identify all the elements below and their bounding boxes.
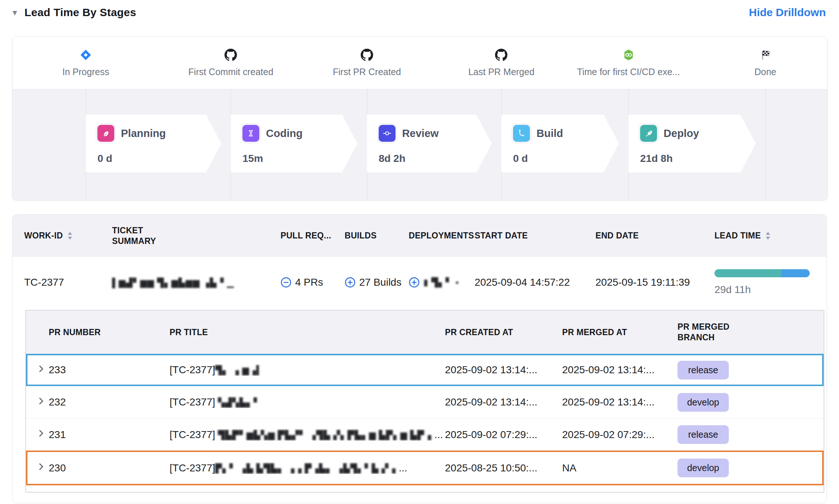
column-header-start-date: START DATE: [475, 231, 595, 241]
github-icon: [224, 48, 237, 62]
column-header-pull-requests: PULL REQ...: [281, 231, 345, 241]
lead-time-stages-panel: In Progress First Commit created First P…: [12, 36, 828, 200]
stage-review: Review 8d 2h: [367, 115, 492, 173]
milestone-label: First Commit created: [188, 67, 273, 77]
milestone-first-pr: First PR Created: [333, 37, 401, 89]
stages-flow: Planning 0 d Coding 15m Review 8d 2h: [12, 89, 827, 200]
table-row[interactable]: 233 [TC-2377]▜▖ ▗ ▆▗▍ 2025-09-02 13:14:.…: [26, 354, 824, 386]
column-header-pr-merged-at: PR MERGED AT: [562, 327, 677, 337]
plus-circle-icon: [345, 277, 356, 288]
lead-bar-segment-teal: [714, 269, 781, 277]
milestone-in-progress: In Progress: [62, 37, 109, 89]
deployments-toggle[interactable]: ▮ ▜▖▘ ▪: [409, 277, 475, 288]
pr-created-at-cell: 2025-09-02 13:14:...: [445, 364, 562, 376]
table-row[interactable]: 231 [TC-2377] ▜▙▛▘▆▙▚▆ ▛▙▞▘ ▗▜▙ ▞▖▛▙▖▆ ▙…: [26, 418, 824, 451]
work-items-table: WORK-ID TICKET SUMMARY PULL REQ... BUILD…: [12, 214, 827, 503]
planning-icon: [97, 125, 114, 142]
stage-duration: 0 d: [513, 153, 619, 164]
column-header-end-date: END DATE: [595, 231, 714, 241]
branch-badge: release: [677, 425, 729, 444]
expand-chevron-icon[interactable]: [36, 462, 46, 471]
work-id-cell: TC-2377: [24, 277, 112, 288]
table-row[interactable]: 230 [TC-2377]▛▖▘ ▗▙ ▙▜▙▖ ▗▗ ▛▗▙▖ ▗▙▜▖▘▙ …: [26, 451, 824, 485]
sort-toggle-icon[interactable]: [67, 232, 73, 240]
stage-coding: Coding 15m: [231, 115, 357, 173]
stage-name: Build: [537, 127, 563, 140]
work-table-header: WORK-ID TICKET SUMMARY PULL REQ... BUILD…: [12, 215, 827, 257]
stage-duration: 21d 8h: [640, 153, 756, 164]
column-header-deployments: DEPLOYMENTS: [409, 231, 475, 241]
pr-merged-at-cell: NA: [562, 462, 677, 474]
stage-name: Coding: [266, 127, 302, 140]
redacted-text: ▜▖ ▗ ▆▗▍: [215, 365, 264, 375]
milestone-cicd: Time for first CI/CD exe...: [577, 37, 680, 89]
milestone-label: In Progress: [62, 67, 109, 77]
pull-requests-table: PR NUMBER PR TITLE PR CREATED AT PR MERG…: [25, 310, 824, 493]
stage-planning: Planning 0 d: [86, 115, 221, 173]
sort-toggle-icon[interactable]: [765, 232, 771, 240]
coding-hourglass-icon: [242, 125, 259, 142]
stage-name: Deploy: [664, 127, 699, 140]
pr-number-cell: 230: [49, 462, 170, 474]
column-header-pr-merged-branch: PR MERGED BRANCH: [677, 322, 813, 343]
pr-created-at-cell: 2025-09-02 13:14:...: [445, 396, 562, 408]
stage-duration: 15m: [242, 153, 357, 164]
column-header-pr-title: PR TITLE: [170, 327, 445, 337]
pr-title-cell: [TC-2377] ▜▙▛▘▆▙▚▆ ▛▙▞▘ ▗▜▙ ▞▖▛▙▖▆ ▙▛▖▆ …: [170, 429, 445, 441]
redacted-text: ▛▖▘ ▗▙ ▙▜▙▖ ▗▗ ▛▗▙▖ ▗▙▜▖▘▙ ▞▗: [215, 463, 396, 473]
collapse-triangle-icon[interactable]: ▼: [11, 9, 19, 16]
plus-circle-icon: [409, 277, 420, 288]
pr-table-header: PR NUMBER PR TITLE PR CREATED AT PR MERG…: [26, 311, 824, 354]
pr-title-cell: [TC-2377]▜▖ ▗ ▆▗▍: [170, 364, 445, 376]
pr-number-cell: 233: [49, 364, 170, 376]
branch-badge: develop: [677, 459, 729, 477]
milestone-label: Time for first CI/CD exe...: [577, 67, 680, 77]
column-header-builds: BUILDS: [345, 231, 409, 241]
pr-number-cell: 232: [49, 396, 170, 408]
builds-toggle[interactable]: 27 Builds: [345, 277, 409, 288]
hide-drilldown-link[interactable]: Hide Drilldown: [749, 6, 826, 19]
stage-duration: 8d 2h: [379, 153, 492, 164]
review-commit-icon: [379, 125, 396, 142]
table-row[interactable]: 232 [TC-2377] ▚▟▚▙▖▘ 2025-09-02 13:14:..…: [26, 386, 824, 418]
pr-created-at-cell: 2025-09-02 07:29:...: [445, 429, 562, 441]
cicd-link-icon: [622, 48, 635, 62]
expand-chevron-icon[interactable]: [36, 429, 46, 438]
lead-time-value: 29d 11h: [714, 284, 815, 296]
lead-bar-segment-blue: [781, 269, 810, 277]
expand-chevron-icon[interactable]: [36, 364, 46, 374]
pr-number-cell: 231: [49, 429, 170, 441]
pr-merged-at-cell: 2025-09-02 13:14:...: [562, 364, 677, 376]
stage-name: Planning: [121, 127, 166, 140]
github-icon: [495, 48, 508, 62]
table-row[interactable]: TC-2377 ▌▆▟▘▆▆ ▜▖▆▙▆▆ ▗▙▝ ▁ 4 PRs 27 Bui…: [12, 257, 827, 308]
milestone-first-commit: First Commit created: [188, 37, 273, 89]
minus-circle-icon: [281, 277, 292, 288]
column-header-work-id: WORK-ID: [24, 231, 112, 241]
stage-deploy: Deploy 21d 8h: [628, 115, 756, 173]
column-header-pr-created-at: PR CREATED AT: [445, 327, 562, 337]
expand-chevron-icon[interactable]: [36, 396, 46, 406]
branch-badge: release: [677, 361, 729, 379]
redacted-text: ▜▙▛▘▆▙▚▆ ▛▙▞▘ ▗▜▙ ▞▖▛▙▖▆ ▙▛▖▆ ▙▛▗: [218, 430, 431, 440]
end-date-cell: 2025-09-15 19:11:39: [595, 277, 714, 288]
pr-created-at-cell: 2025-08-25 10:50:...: [445, 462, 562, 474]
pull-requests-toggle[interactable]: 4 PRs: [281, 277, 345, 288]
deploy-rocket-icon: [640, 125, 657, 142]
page-title: Lead Time By Stages: [25, 6, 136, 19]
stage-build: Build 0 d: [501, 115, 619, 173]
lead-time-bar: [714, 269, 810, 277]
column-header-pr-number: PR NUMBER: [49, 327, 170, 337]
start-date-cell: 2025-09-04 14:57:22: [475, 277, 595, 288]
github-icon: [360, 48, 374, 62]
stage-name: Review: [402, 127, 439, 140]
milestone-label: Done: [754, 67, 776, 77]
column-header-lead-time: LEAD TIME: [714, 231, 815, 241]
column-header-ticket-summary: TICKET SUMMARY: [112, 225, 281, 247]
redacted-text: ▮ ▜▖▘ ▪: [423, 277, 459, 288]
milestones-row: In Progress First Commit created First P…: [12, 37, 827, 89]
pr-title-cell: [TC-2377] ▚▟▚▙▖▘: [170, 396, 445, 408]
redacted-text: ▚▟▚▙▖▘: [218, 397, 261, 407]
milestone-label: Last PR Merged: [468, 67, 535, 77]
stage-duration: 0 d: [97, 153, 221, 164]
